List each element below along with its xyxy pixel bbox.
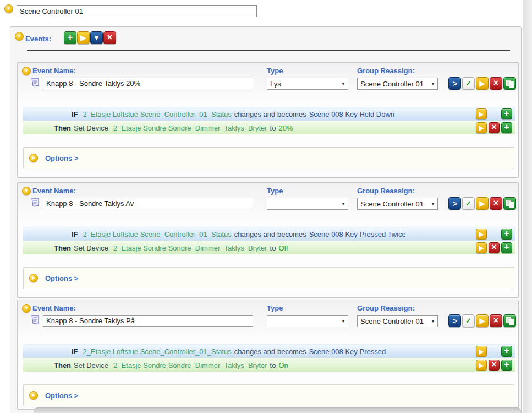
options-label: Options > [45, 274, 78, 282]
add-action-button[interactable]: + [501, 122, 512, 133]
go-event-button[interactable]: > [448, 77, 461, 90]
run-trigger-button[interactable]: ▶ [476, 346, 487, 357]
close-icon: × [493, 198, 498, 208]
expand-down-icon[interactable]: ▼ [4, 4, 13, 13]
expand-glyph: ▼ [7, 7, 11, 11]
plus-icon: + [504, 122, 509, 133]
plus-icon: + [504, 359, 509, 370]
run-action-button[interactable]: ▶ [476, 360, 487, 371]
copy-event-button[interactable] [503, 197, 516, 210]
expand-glyph: ▼ [17, 34, 21, 39]
type-label: Type [267, 187, 283, 195]
close-icon: × [493, 316, 498, 325]
expand-down-icon[interactable]: ▼ [22, 187, 31, 195]
run-event-button[interactable]: ▶ [476, 77, 489, 90]
event-name-input[interactable] [43, 315, 253, 327]
run-trigger-button[interactable]: ▶ [476, 108, 487, 119]
delete-action-button[interactable]: × [489, 242, 500, 253]
add-event-button[interactable]: + [64, 31, 76, 44]
action-connector: to [270, 244, 276, 252]
expand-down-icon[interactable]: ▼ [15, 32, 24, 41]
run-event-button[interactable]: ▶ [476, 197, 489, 210]
plus-icon: + [504, 108, 509, 119]
trigger-value: Scene 008 Key Pressed Twice [309, 230, 406, 238]
expand-right-icon[interactable]: ▶ [29, 391, 38, 400]
close-icon: × [107, 32, 112, 42]
options-expander[interactable]: ▶ Options > [23, 267, 514, 289]
event-block: ▼ Event Name: Type Group Reassign: ▼ Sce… [17, 182, 519, 298]
group-reassign-select[interactable]: Scene Controller 01 ▼ [357, 78, 438, 90]
trigger-device: 2_Etasje Loftstue Scene_Controller_01_St… [83, 230, 232, 238]
event-name-input[interactable] [43, 198, 253, 209]
enable-event-button[interactable]: ✓ [462, 77, 475, 90]
delete-event-button[interactable]: × [490, 77, 502, 90]
type-select[interactable]: ▼ [267, 315, 348, 327]
header-divider [27, 50, 510, 51]
type-select[interactable]: Lys ▼ [267, 78, 348, 90]
add-trigger-button[interactable]: + [501, 229, 512, 240]
options-label: Options > [45, 154, 78, 162]
expand-down-icon[interactable]: ▼ [22, 67, 31, 75]
expand-down-icon[interactable]: ▼ [22, 304, 31, 313]
action-connector: to [270, 361, 276, 369]
play-icon: ▶ [479, 231, 484, 238]
play-icon: ▶ [479, 124, 484, 132]
run-group-button[interactable]: ▶ [77, 31, 90, 44]
enable-event-button[interactable]: ✓ [462, 197, 475, 210]
play-icon: ▶ [479, 362, 484, 369]
enable-event-button[interactable]: ✓ [462, 314, 475, 327]
events-toolbar: + ▶ ▼ × [64, 31, 116, 44]
collapse-group-button[interactable]: ▼ [90, 31, 103, 44]
down-arrow-icon: ▼ [93, 34, 100, 42]
add-action-button[interactable]: + [501, 360, 512, 371]
document-icon [31, 198, 40, 208]
copy-event-button[interactable] [503, 77, 516, 90]
action-value: On [278, 361, 288, 369]
play-icon: ▶ [479, 348, 484, 355]
then-label: Then [54, 244, 71, 252]
run-trigger-button[interactable]: ▶ [476, 229, 487, 240]
action-prefix: Set Device [74, 361, 108, 369]
run-action-button[interactable]: ▶ [476, 122, 487, 133]
type-select[interactable]: ▼ [267, 198, 348, 210]
delete-event-button[interactable]: × [490, 314, 502, 327]
group-reassign-label: Group Reassign: [357, 187, 415, 195]
chevron-down-icon: ▼ [431, 319, 435, 324]
group-reassign-label: Group Reassign: [357, 67, 415, 75]
group-reassign-select[interactable]: Scene Controller 01 ▼ [357, 315, 438, 327]
expand-glyph: ▶ [32, 393, 35, 398]
add-action-button[interactable]: + [501, 242, 512, 253]
close-icon: × [491, 242, 496, 252]
scene-name-input[interactable] [17, 5, 257, 17]
group-reassign-select[interactable]: Scene Controller 01 ▼ [357, 198, 438, 210]
expand-right-icon[interactable]: ▶ [29, 274, 38, 282]
play-icon: ▶ [480, 199, 485, 208]
play-icon: ▶ [480, 317, 485, 325]
add-trigger-button[interactable]: + [501, 346, 512, 357]
copy-icon [506, 80, 513, 87]
document-icon [31, 78, 40, 88]
expand-glyph: ▼ [24, 306, 29, 311]
copy-event-button[interactable] [503, 314, 516, 327]
type-label: Type [267, 304, 283, 312]
delete-group-button[interactable]: × [103, 31, 116, 44]
action-device: 2_Etasje Sondre Sondre_Dimmer_Taklys_Bry… [113, 244, 267, 252]
add-trigger-button[interactable]: + [501, 108, 512, 119]
chevron-down-icon: ▼ [431, 202, 435, 206]
chevron-down-icon: ▼ [341, 319, 345, 324]
options-expander[interactable]: ▶ Options > [23, 147, 514, 169]
delete-event-button[interactable]: × [490, 197, 502, 210]
run-event-button[interactable]: ▶ [476, 314, 489, 327]
go-event-button[interactable]: > [448, 314, 461, 327]
delete-action-button[interactable]: × [489, 360, 500, 371]
run-action-button[interactable]: ▶ [476, 242, 487, 253]
if-label: IF [72, 110, 78, 118]
delete-action-button[interactable]: × [489, 122, 500, 133]
expand-right-icon[interactable]: ▶ [29, 154, 38, 162]
event-name-input[interactable] [43, 78, 253, 89]
options-expander[interactable]: ▶ Options > [23, 384, 514, 406]
close-icon: × [491, 122, 496, 132]
play-icon: ▶ [479, 111, 484, 118]
event-actions: > ✓ ▶ × [448, 197, 516, 210]
go-event-button[interactable]: > [448, 197, 461, 210]
